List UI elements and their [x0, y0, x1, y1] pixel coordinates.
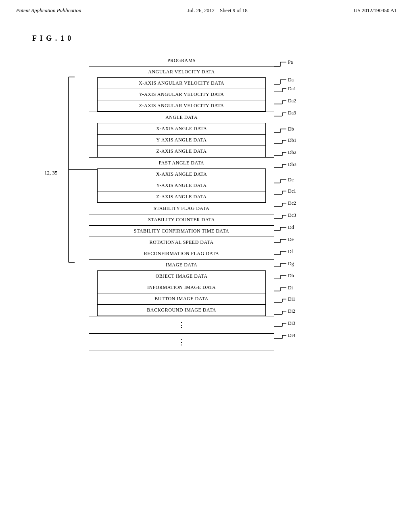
svg-text:Dc: Dc [288, 177, 294, 183]
svg-text:Dc3: Dc3 [288, 212, 296, 218]
group-past-angle: PAST ANGLE DATA X-AXIS ANGLE DATA Y-AXIS… [89, 158, 274, 203]
svg-text:Pa: Pa [288, 59, 293, 65]
svg-text:Db3: Db3 [288, 162, 296, 167]
svg-text:Da2: Da2 [288, 98, 296, 104]
row-stability-flag: STABILITY FLAG DATA [89, 203, 274, 214]
row-dots-1: ⋮ [89, 316, 274, 334]
row-rotational-speed: ROTATIONAL SPEED DATA [89, 237, 274, 248]
row-z-axis-angle: Z-AXIS ANGLE DATA [98, 146, 265, 157]
row-angle-data: ANGLE DATA [89, 112, 274, 123]
sub-group-image: OBJECT IMAGE DATA INFORMATION IMAGE DATA… [97, 270, 266, 316]
sub-group-past-angle: X-AXIS ANGLE DATA Y-AXIS ANGLE DATA Z-AX… [97, 168, 266, 203]
row-image-data: IMAGE DATA [89, 260, 274, 270]
svg-text:Db1: Db1 [288, 137, 296, 143]
row-programs: PROGRAMS [89, 55, 274, 66]
row-reconfirmation-flag: RECONFIRMATION FLAG DATA [89, 248, 274, 260]
page-header: Patent Application Publication Jul. 26, … [0, 0, 413, 18]
header-patent-number: US 2012/190450 A1 [354, 7, 397, 14]
svg-text:Da: Da [288, 77, 294, 83]
row-button-image: BUTTON IMAGE DATA [98, 293, 265, 305]
svg-text:Da1: Da1 [288, 86, 296, 91]
row-past-angle-data: PAST ANGLE DATA [89, 158, 274, 168]
row-angular-velocity-data: ANGULAR VELOCITY DATA [89, 66, 274, 77]
svg-text:Dc1: Dc1 [288, 188, 296, 194]
svg-text:Di: Di [288, 285, 293, 291]
row-z-axis-past-angle: Z-AXIS ANGLE DATA [98, 191, 265, 202]
row-y-axis-angular: Y-AXIS ANGULAR VELOCITY DATA [98, 89, 265, 100]
row-dots-2: ⋮ [89, 334, 274, 351]
svg-text:Df: Df [288, 249, 293, 254]
svg-text:Di4: Di4 [288, 332, 295, 338]
diagram-area: 12, 35 PROGRAMS ANGULAR VELOCITY DATA X-… [40, 55, 371, 351]
svg-text:Da3: Da3 [288, 110, 296, 116]
row-object-image: OBJECT IMAGE DATA [98, 271, 265, 282]
group-angle: ANGLE DATA X-AXIS ANGLE DATA Y-AXIS ANGL… [89, 112, 274, 158]
main-box: PROGRAMS ANGULAR VELOCITY DATA X-AXIS AN… [89, 55, 274, 351]
svg-text:Dh: Dh [288, 273, 294, 278]
row-x-axis-angular: X-AXIS ANGULAR VELOCITY DATA [98, 78, 265, 89]
svg-text:Di2: Di2 [288, 308, 295, 314]
row-y-axis-past-angle: Y-AXIS ANGLE DATA [98, 180, 265, 191]
group-image: IMAGE DATA OBJECT IMAGE DATA INFORMATION… [89, 260, 274, 316]
row-stability-counter: STABILITY COUNTER DATA [89, 214, 274, 226]
svg-text:Dc2: Dc2 [288, 200, 296, 206]
svg-text:Db2: Db2 [288, 150, 296, 155]
row-background-image: BACKGROUND IMAGE DATA [98, 305, 265, 316]
svg-text:Dd: Dd [288, 224, 294, 230]
row-z-axis-angular: Z-AXIS ANGULAR VELOCITY DATA [98, 100, 265, 111]
header-publication: Patent Application Publication [16, 7, 81, 14]
svg-text:Di3: Di3 [288, 320, 295, 326]
svg-text:Db: Db [288, 126, 294, 132]
svg-text:De: De [288, 237, 294, 242]
header-date-sheet: Jul. 26, 2012 Sheet 9 of 18 [188, 7, 248, 14]
sub-group-angle: X-AXIS ANGLE DATA Y-AXIS ANGLE DATA Z-AX… [97, 123, 266, 157]
row-information-image: INFORMATION IMAGE DATA [98, 282, 265, 293]
figure-title: F I G . 1 0 [32, 34, 413, 43]
sub-group-angular-velocity: X-AXIS ANGULAR VELOCITY DATA Y-AXIS ANGU… [97, 77, 266, 112]
svg-text:Dg: Dg [288, 261, 294, 266]
group-angular-velocity: ANGULAR VELOCITY DATA X-AXIS ANGULAR VEL… [89, 66, 274, 112]
row-x-axis-past-angle: X-AXIS ANGLE DATA [98, 169, 265, 180]
svg-text:Di1: Di1 [288, 296, 295, 302]
left-label: 12, 35 [44, 170, 58, 176]
row-stability-confirmation: STABILITY CONFIRMATION TIME DATA [89, 226, 274, 237]
row-y-axis-angle: Y-AXIS ANGLE DATA [98, 135, 265, 146]
right-labels-svg: Pa Da Da1 Da2 Da3 Db Db1 [274, 55, 355, 522]
row-x-axis-angle: X-AXIS ANGLE DATA [98, 123, 265, 135]
